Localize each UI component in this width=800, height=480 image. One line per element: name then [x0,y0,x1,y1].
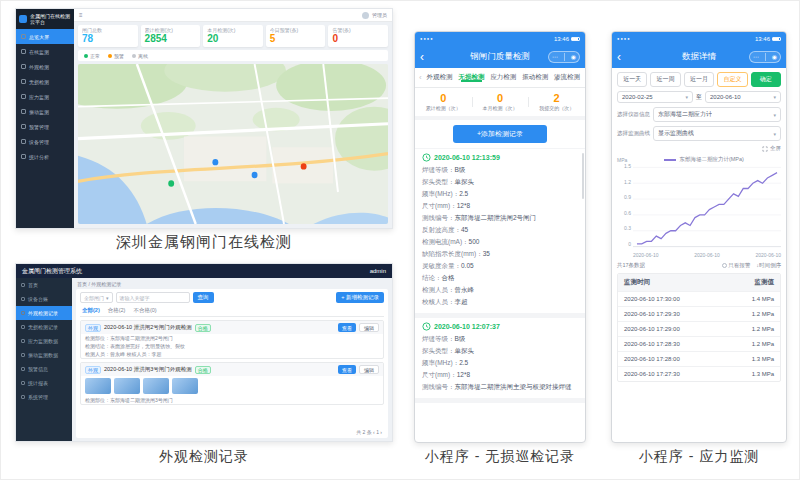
nav-bar: ‹ 数据详情 ⋯ ◉ [612,45,786,68]
search-button[interactable]: 查询 [193,292,214,303]
range-filter-button[interactable]: 自定义 [717,72,747,87]
sidebar-menu-item[interactable]: 系统管理 [16,390,72,404]
sidebar-menu-item[interactable]: 振动监测 [16,104,74,119]
record-field: 结论 合格 [422,272,578,284]
sidebar-menu-item[interactable]: 在线监测 [16,44,74,59]
menu-item-icon [21,109,26,114]
y-tick: 0.3 [617,225,631,231]
alarm-only-toggle[interactable]: 只看报警 [722,262,750,269]
back-icon[interactable]: ‹ [617,51,627,63]
sidebar-menu-item[interactable]: 无损检测记录 [16,320,72,334]
scrollbar[interactable] [582,153,584,199]
close-target-icon[interactable]: ◉ [571,53,576,60]
pagination[interactable]: 共 2 条 ‹ 1 › [80,427,384,435]
inspection-record-card[interactable]: 2020-06-10 12:13:59 焊缝等级 B级 探头类型 单探头 [415,149,585,318]
sidebar-menu-item[interactable]: 总览大屏 [16,29,74,44]
records-header: 金属闸门检测管理系统 admin [16,264,392,278]
wechat-capsule[interactable]: ⋯ ◉ [548,51,580,63]
status-bar: ●●●● 13:46 [415,32,585,45]
sort-toggle[interactable]: ↓时间倒序 [756,262,781,269]
records-tab[interactable]: 不合格(0) [133,307,156,314]
instrument-select[interactable]: 东部海堤二期应力计 ▾ [653,107,781,122]
add-record-button[interactable]: + 新增检测记录 [336,292,384,303]
legend-label: 东部海堤二期应力计(MPa) [679,156,743,163]
sidebar-menu-item[interactable]: 预警信息 [16,362,72,376]
record-group-header: 外观 2020-06-10 泄洪闸2号闸门外观检测 合格 查看 编辑 [81,321,383,334]
sidebar-menu-item[interactable]: 首页 [16,278,72,292]
field-label: 焊缝等级 [422,333,455,345]
sidebar-menu-item[interactable]: 应力监测数据 [16,334,72,348]
record-photo-thumbnail[interactable] [114,378,140,394]
cell-value: 1.3 MPa [715,367,780,381]
records-tab[interactable]: 全部(2) [82,307,100,314]
menu-item-icon [21,139,26,144]
back-icon[interactable]: ‹ [420,51,430,63]
close-target-icon[interactable]: ◉ [772,53,777,60]
fullscreen-label[interactable]: 全屏 [770,145,781,152]
wechat-capsule[interactable]: ⋯ ◉ [749,51,781,63]
signal-icon: ●●●● [420,36,434,41]
menu-item-label: 外观检测记录 [28,310,58,316]
range-filter-button[interactable]: 确定 [751,72,781,87]
record-detail-line: 检测人员：曾永峰 校核人员：李超 [81,350,383,358]
date-from-select[interactable]: 2020-02-25 ▾ [617,91,693,103]
menu-item-label: 首页 [28,282,38,288]
range-filter-button[interactable]: 近一天 [617,72,647,87]
more-icon[interactable]: ⋯ [753,53,759,60]
sidebar-menu-item[interactable]: 预警管理 [16,119,74,134]
field-label: 灵敏度余量 [422,260,461,272]
user-area[interactable]: 管理员 [362,12,387,19]
dashboard-topbar: ≡ 管理员 [74,9,392,22]
menu-item-label: 外观检测 [29,64,49,70]
record-group[interactable]: 外观 2020-06-10 泄洪闸2号闸门外观检测 合格 查看 编辑 检测部位：… [80,320,384,359]
keyword-input[interactable]: 请输入关键字 [116,292,190,303]
record-field: 频率(MHz) 2.5 [422,357,578,369]
map[interactable] [78,64,388,224]
detection-tab[interactable]: 应力检测 [487,73,519,82]
records-tab[interactable]: 合格(2) [108,307,126,314]
record-group[interactable]: 外观 2020-06-10 泄洪闸3号闸门外观检测 合格 查看 编辑 [80,362,384,405]
sidebar-menu-item[interactable]: 设备管理 [16,134,74,149]
record-photo-thumbnail[interactable] [172,378,198,394]
range-filter-button[interactable]: 近一周 [650,72,680,87]
chevron-left-icon[interactable]: ‹ [417,73,424,82]
view-button[interactable]: 查看 [338,365,356,374]
stat-card: 告警(条) 0 [328,25,388,47]
stat-value: 0 [332,33,384,45]
sidebar-menu-item[interactable]: 应力监测 [16,89,74,104]
record-photo-thumbnail[interactable] [85,378,111,394]
records-header-user[interactable]: admin [370,268,386,274]
field-value: 东部海堤二期泄洪闸主梁与板梁对接焊缝 [455,381,572,393]
detection-tab[interactable]: 振动检测 [519,73,551,82]
menu-item-label: 设备台账 [28,296,48,302]
menu-item-icon [21,283,25,287]
fullscreen-icon[interactable] [762,146,768,152]
caret-down-icon: ▾ [773,94,776,100]
add-record-button[interactable]: +添加检测记录 [453,125,547,143]
sidebar-menu-item[interactable]: 无损检测 [16,74,74,89]
record-type-tag: 外观 [85,366,101,374]
user-name: 管理员 [372,12,387,18]
detection-tab[interactable]: 外观检测 [424,73,456,82]
detection-tab[interactable]: 渗流检测 [551,73,583,82]
sidebar-menu-item[interactable]: 外观检测 [16,59,74,74]
range-filter-button[interactable]: 近一月 [684,72,714,87]
date-to-select[interactable]: 2020-06-10 ▾ [705,91,781,103]
more-icon[interactable]: ⋯ [552,53,558,60]
sidebar-menu-item[interactable]: 外观检测记录 [16,306,72,320]
edit-button[interactable]: 编辑 [359,323,379,332]
edit-button[interactable]: 编辑 [359,365,379,374]
hamburger-icon[interactable]: ≡ [79,12,83,18]
curve-select[interactable]: 显示监测曲线 ▾ [653,126,781,141]
sidebar-menu-item[interactable]: 设备台账 [16,292,72,306]
view-button[interactable]: 查看 [338,323,356,332]
sidebar-menu-item[interactable]: 统计分析 [16,149,74,164]
field-label: 结论 [422,272,442,284]
inspection-record-card[interactable]: 2020-06-10 12:07:37 焊缝等级 B级 探头类型 单探头 [415,318,585,403]
gate-filter-select[interactable]: 全部闸门 ▾ [80,292,113,303]
sidebar-menu-item[interactable]: 统计报表 [16,376,72,390]
detection-tab[interactable]: 无损检测 [456,73,488,82]
record-photo-thumbnail[interactable] [143,378,169,394]
sidebar-menu-item[interactable]: 振动监测数据 [16,348,72,362]
column-header-value: 监测值 [715,274,780,291]
